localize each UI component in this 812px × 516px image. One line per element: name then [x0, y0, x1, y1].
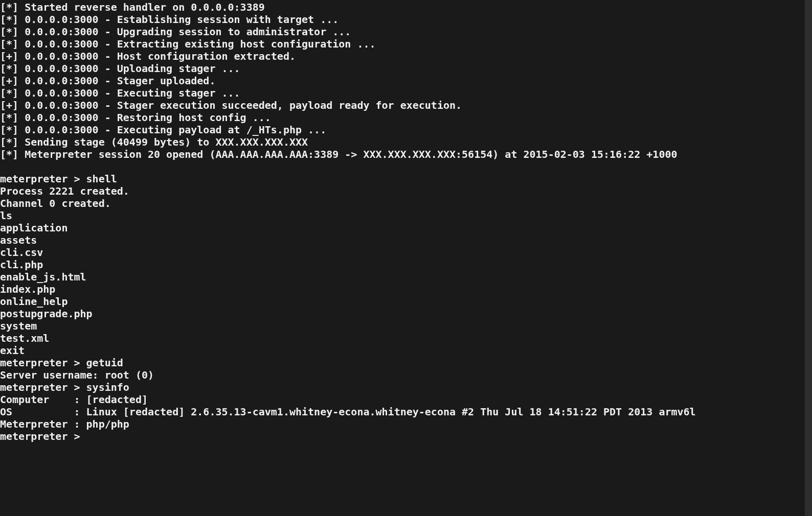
terminal-line: [+] 0.0.0.0:3000 - Host configuration ex… [0, 50, 812, 62]
terminal-line: [+] 0.0.0.0:3000 - Stager uploaded. [0, 75, 812, 87]
terminal-line: [*] 0.0.0.0:3000 - Uploading stager ... [0, 62, 812, 75]
terminal-line: meterpreter > [0, 430, 812, 442]
terminal-line: [*] 0.0.0.0:3000 - Upgrading session to … [0, 26, 812, 38]
scrollbar-track[interactable] [805, 0, 812, 516]
terminal-line: [*] 0.0.0.0:3000 - Restoring host config… [0, 111, 812, 124]
terminal-line: [*] Sending stage (40499 bytes) to XXX.X… [0, 136, 812, 148]
terminal-line [0, 160, 812, 173]
terminal-line: enable_js.html [0, 271, 812, 283]
terminal-line: index.php [0, 283, 812, 295]
terminal-line: meterpreter > getuid [0, 357, 812, 369]
terminal-line: online_help [0, 295, 812, 308]
terminal-output[interactable]: [*] Started reverse handler on 0.0.0.0:3… [0, 0, 812, 442]
terminal-line: Computer : [redacted] [0, 393, 812, 406]
terminal-line: [+] 0.0.0.0:3000 - Stager execution succ… [0, 99, 812, 111]
terminal-line: [*] 0.0.0.0:3000 - Executing payload at … [0, 124, 812, 136]
terminal-line: application [0, 222, 812, 234]
terminal-line: [*] Started reverse handler on 0.0.0.0:3… [0, 1, 812, 13]
terminal-line: Channel 0 created. [0, 197, 812, 209]
terminal-line: assets [0, 234, 812, 246]
terminal-line: Process 2221 created. [0, 185, 812, 197]
terminal-line: OS : Linux [redacted] 2.6.35.13-cavm1.wh… [0, 406, 812, 418]
terminal-line: ls [0, 209, 812, 222]
terminal-line: cli.php [0, 259, 812, 271]
terminal-line: Server username: root (0) [0, 369, 812, 381]
terminal-line: Meterpreter : php/php [0, 418, 812, 430]
terminal-line: [*] 0.0.0.0:3000 - Extracting existing h… [0, 38, 812, 50]
terminal-line: postupgrade.php [0, 308, 812, 320]
terminal-line: test.xml [0, 332, 812, 344]
terminal-line: system [0, 320, 812, 332]
terminal-line: [*] 0.0.0.0:3000 - Executing stager ... [0, 87, 812, 99]
terminal-line: exit [0, 344, 812, 357]
terminal-line: meterpreter > shell [0, 173, 812, 185]
terminal-line: [*] 0.0.0.0:3000 - Establishing session … [0, 13, 812, 26]
terminal-line: [*] Meterpreter session 20 opened (AAA.A… [0, 148, 812, 160]
terminal-line: meterpreter > sysinfo [0, 381, 812, 393]
terminal-line: cli.csv [0, 246, 812, 259]
